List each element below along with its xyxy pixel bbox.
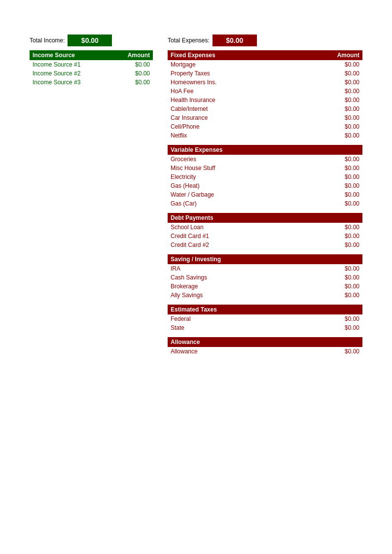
allowance-row-1: Allowance $0.00 xyxy=(168,347,362,356)
taxes-row-2: State $0.00 xyxy=(168,323,362,332)
expenses-panel: Total Expenses: $0.00 Fixed Expenses Amo… xyxy=(168,35,362,356)
fixed-row-7: Car Insurance $0.00 xyxy=(168,113,362,122)
allowance-title: Allowance xyxy=(171,339,200,346)
income-row-1-label: Income Source #1 xyxy=(33,61,80,68)
income-row-3: Income Source #3 $0.00 xyxy=(30,78,153,87)
income-row-2-label: Income Source #2 xyxy=(33,70,80,77)
taxes-row-1: Federal $0.00 xyxy=(168,314,362,323)
expenses-total-label: Total Expenses: xyxy=(168,37,210,44)
variable-expenses-header: Variable Expenses xyxy=(168,145,362,155)
income-row-2: Income Source #2 $0.00 xyxy=(30,69,153,78)
variable-expenses-title: Variable Expenses xyxy=(171,146,222,153)
variable-row-4: Gas (Heat) $0.00 xyxy=(168,181,362,190)
debt-row-3: Credit Card #2 $0.00 xyxy=(168,241,362,249)
estimated-taxes-title: Estimated Taxes xyxy=(171,306,217,313)
estimated-taxes-header: Estimated Taxes xyxy=(168,305,362,314)
income-row-3-label: Income Source #3 xyxy=(33,79,80,86)
saving-investing-title: Saving / Investing xyxy=(171,256,221,263)
expenses-summary-row: Total Expenses: $0.00 xyxy=(168,35,362,46)
income-amount-header: Amount xyxy=(128,52,150,59)
fixed-expenses-amount-header: Amount xyxy=(337,52,359,59)
variable-row-5: Water / Garbage $0.00 xyxy=(168,190,362,199)
debt-payments-title: Debt Payments xyxy=(171,214,214,221)
allowance-header: Allowance xyxy=(168,337,362,347)
income-row-3-value: $0.00 xyxy=(135,79,150,86)
fixed-row-1: Mortgage $0.00 xyxy=(168,60,362,69)
saving-investing-header: Saving / Investing xyxy=(168,254,362,264)
fixed-expenses-header: Fixed Expenses Amount xyxy=(168,50,362,60)
expenses-total-value: $0.00 xyxy=(213,35,257,46)
income-header: Income Source Amount xyxy=(30,50,153,60)
debt-row-1: School Loan $0.00 xyxy=(168,223,362,232)
variable-row-3: Electricity $0.00 xyxy=(168,173,362,181)
fixed-row-6: Cable/Internet $0.00 xyxy=(168,104,362,113)
saving-row-1: IRA $0.00 xyxy=(168,264,362,273)
fixed-row-9: Netflix $0.00 xyxy=(168,131,362,140)
income-row-1: Income Source #1 $0.00 xyxy=(30,60,153,69)
fixed-expenses-title: Fixed Expenses xyxy=(171,52,215,59)
saving-row-2: Cash Savings $0.00 xyxy=(168,273,362,282)
saving-row-4: Ally Savings $0.00 xyxy=(168,291,362,300)
fixed-row-8: Cell/Phone $0.00 xyxy=(168,122,362,131)
variable-row-6: Gas (Car) $0.00 xyxy=(168,199,362,208)
income-total-value: $0.00 xyxy=(68,35,112,46)
debt-row-2: Credit Card #1 $0.00 xyxy=(168,232,362,241)
income-summary-row: Total Income: $0.00 xyxy=(30,35,153,46)
income-row-2-value: $0.00 xyxy=(135,70,150,77)
fixed-row-2: Property Taxes $0.00 xyxy=(168,69,362,78)
debt-payments-header: Debt Payments xyxy=(168,213,362,223)
saving-row-3: Brokerage $0.00 xyxy=(168,282,362,291)
income-row-1-value: $0.00 xyxy=(135,61,150,68)
fixed-row-5: Health Insurance $0.00 xyxy=(168,96,362,104)
income-source-header: Income Source xyxy=(33,52,75,59)
fixed-row-4: HoA Fee $0.00 xyxy=(168,87,362,96)
income-panel: Total Income: $0.00 Income Source Amount… xyxy=(30,35,153,87)
variable-row-2: Misc House Stuff $0.00 xyxy=(168,164,362,173)
income-total-label: Total Income: xyxy=(30,37,65,44)
variable-row-1: Groceries $0.00 xyxy=(168,155,362,164)
fixed-row-3: Homeowners Ins. $0.00 xyxy=(168,78,362,87)
